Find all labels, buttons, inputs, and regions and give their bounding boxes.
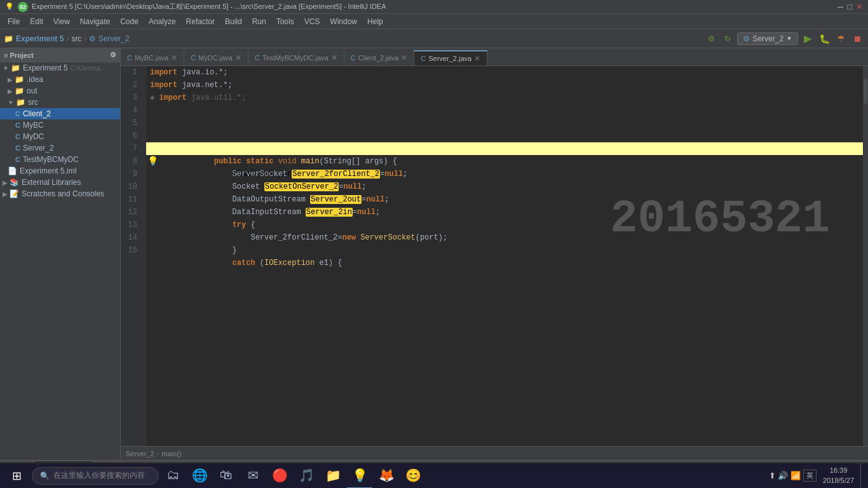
tab-mydc[interactable]: C MyDC.java ✕ xyxy=(184,50,248,65)
title-bar: 💡 82 Experiment 5 [C:\Users\admin\Deskto… xyxy=(0,0,868,14)
menu-tools[interactable]: Tools xyxy=(271,16,299,27)
menu-help[interactable]: Help xyxy=(362,16,388,27)
code-editor[interactable]: 1 2 3 4 5 6 7 8 9 10 11 12 13 14 15 impo… xyxy=(121,66,868,446)
tree-item-server2[interactable]: C Server_2 xyxy=(0,142,120,154)
tree-item-experiment5[interactable]: ▼ 📁 Experiment 5 C:\Users\a... xyxy=(0,62,120,74)
iml-icon: 📄 xyxy=(8,166,17,175)
editor-scrollbar[interactable] xyxy=(863,66,868,446)
show-desktop-button[interactable] xyxy=(860,463,865,489)
menu-analyze[interactable]: Analyze xyxy=(144,16,181,27)
tab-client2[interactable]: C Client_2.java ✕ xyxy=(344,50,415,65)
tab-server2[interactable]: C Server_2.java ✕ xyxy=(414,50,487,65)
taskbar-app-edge[interactable]: 🌐 xyxy=(187,463,212,489)
toolbar-update-button[interactable]: ↻ xyxy=(721,32,735,46)
taskbar-app-browser[interactable]: 🦊 xyxy=(374,463,399,489)
line-numbers: 1 2 3 4 5 6 7 8 9 10 11 12 13 14 15 xyxy=(121,66,146,446)
run-config-selector[interactable]: ⚙ Server_2 ▼ xyxy=(737,32,798,45)
tab-label-mydc: MyDC.java xyxy=(198,54,233,62)
close-button[interactable]: ✕ xyxy=(856,2,863,11)
code-line-12: try { xyxy=(146,206,868,219)
tree-item-mydc[interactable]: C MyDC xyxy=(0,131,120,142)
search-icon: 🔍 xyxy=(40,471,50,480)
run-with-coverage-button[interactable]: ☂ xyxy=(834,32,848,46)
taskbar-app-music[interactable]: 🎵 xyxy=(294,463,319,489)
menu-code[interactable]: Code xyxy=(115,16,144,27)
code-line-11: DataInputStream Server_2in=null; xyxy=(146,193,868,206)
maximize-button[interactable]: □ xyxy=(847,2,852,11)
tree-item-scratches[interactable]: ▶ 📝 Scratches and Consoles xyxy=(0,188,120,200)
code-line-3: ◆ import java.util.*; xyxy=(146,92,868,104)
tree-item-idea[interactable]: ▶ 📁 .idea xyxy=(0,74,120,85)
debug-button[interactable]: 🐛 xyxy=(817,32,831,46)
taskbar-app-idea[interactable]: 💡 xyxy=(347,463,372,489)
toolbar-project-name: Experiment 5 xyxy=(16,34,64,43)
run-button[interactable]: ▶ xyxy=(801,32,815,46)
menu-edit[interactable]: Edit xyxy=(25,16,48,27)
tree-label: out xyxy=(27,86,37,95)
window-controls[interactable]: ─ □ ✕ xyxy=(837,2,863,11)
toolbar-run-area: ⚙ ↻ ⚙ Server_2 ▼ ▶ 🐛 ☂ ⏹ xyxy=(704,32,864,46)
tab-close-test[interactable]: ✕ xyxy=(331,53,337,62)
taskbar-app-mail[interactable]: ✉ xyxy=(240,463,266,489)
tab-icon-server2: C xyxy=(421,55,426,62)
toolbar-settings-button[interactable]: ⚙ xyxy=(704,32,718,46)
expand-arrow-src: ▼ xyxy=(8,99,14,106)
minimize-button[interactable]: ─ xyxy=(837,2,843,11)
scratches-label: Scratches and Consoles xyxy=(22,189,104,198)
code-line-1: import java.io.*; xyxy=(146,66,868,79)
menu-navigate[interactable]: Navigate xyxy=(75,16,115,27)
menu-run[interactable]: Run xyxy=(247,16,271,27)
ln-13: 13 xyxy=(121,219,141,231)
code-line-6: ▶ public static void main(String[] args)… xyxy=(146,130,868,142)
tab-testmybcmydc[interactable]: C TestMyBCMyDC.java ✕ xyxy=(248,50,344,65)
tree-item-iml[interactable]: 📄 Experiment 5.iml xyxy=(0,165,120,177)
language-indicator[interactable]: 英 xyxy=(803,470,817,482)
tree-item-src[interactable]: ▼ 📁 src xyxy=(0,97,120,108)
taskbar-app-store[interactable]: 🛍 xyxy=(214,463,239,489)
tree-label: Client_2 xyxy=(23,109,51,118)
code-line-8: ServerSocket Server_2forClient_2=null; xyxy=(146,155,868,168)
tab-label-test: TestMyBCMyDC.java xyxy=(262,54,329,62)
menu-view[interactable]: View xyxy=(48,16,75,27)
breadcrumb-server2: Server_2 xyxy=(126,450,154,458)
tree-label: Experiment 5 xyxy=(23,64,68,72)
menu-build[interactable]: Build xyxy=(220,16,247,27)
tab-close-server2[interactable]: ✕ xyxy=(474,54,480,63)
tree-item-mybc[interactable]: C MyBC xyxy=(0,119,120,131)
code-content[interactable]: import java.io.*; import java.net.*; ◆ i… xyxy=(146,66,868,446)
taskbar-app-face[interactable]: 😊 xyxy=(400,463,426,489)
tree-item-client2[interactable]: C Client_2 xyxy=(0,108,120,119)
ln-11: 11 xyxy=(121,193,141,206)
stop-button[interactable]: ⏹ xyxy=(850,32,864,46)
toolbar-breadcrumb: 📁 Experiment 5 › src › ⚙ Server_2 xyxy=(4,34,702,43)
taskbar-app-folder[interactable]: 📁 xyxy=(320,463,346,489)
tab-close-client2[interactable]: ✕ xyxy=(401,53,407,62)
panel-header-icons: ⚙ xyxy=(110,51,116,59)
tab-label-client2: Client_2.java xyxy=(358,54,399,62)
menu-window[interactable]: Window xyxy=(325,16,362,27)
tree-label: External Libraries xyxy=(22,178,81,187)
start-button[interactable]: ⊞ xyxy=(3,463,31,489)
menu-file[interactable]: File xyxy=(3,16,25,27)
tab-close-mydc[interactable]: ✕ xyxy=(235,53,241,62)
taskbar-app-task[interactable]: 🗂 xyxy=(160,463,186,489)
breadcrumb-arrow1: › xyxy=(157,450,159,458)
mybc-icon: C xyxy=(15,121,20,129)
editor-area: C MyBC.java ✕ C MyDC.java ✕ C TestMyBCMy… xyxy=(121,48,868,460)
tab-mybc[interactable]: C MyBC.java ✕ xyxy=(121,50,184,65)
tree-item-external-libs[interactable]: ▶ 📚 External Libraries xyxy=(0,177,120,188)
menu-vcs[interactable]: VCS xyxy=(299,16,325,27)
ln-9: 9 xyxy=(121,168,141,180)
music-icon: 🎵 xyxy=(299,468,315,483)
taskbar-app-red[interactable]: 🔴 xyxy=(267,463,292,489)
taskbar-search[interactable]: 🔍 在这里输入你要搜索的内容 xyxy=(32,467,159,485)
tab-close-mybc[interactable]: ✕ xyxy=(171,53,177,62)
taskbar-clock[interactable]: 16:39 2018/5/27 xyxy=(818,466,859,485)
ln-14: 14 xyxy=(121,231,141,244)
project-panel-header: ≡ Project ⚙ xyxy=(0,48,120,62)
scrollbar-thumb[interactable] xyxy=(864,79,867,104)
tree-item-out[interactable]: ▶ 📁 out xyxy=(0,85,120,97)
toolbar: 📁 Experiment 5 › src › ⚙ Server_2 ⚙ ↻ ⚙ … xyxy=(0,29,868,48)
menu-refactor[interactable]: Refactor xyxy=(181,16,220,27)
tree-item-testmybcmydc[interactable]: C TestMyBCMyDC xyxy=(0,154,120,165)
